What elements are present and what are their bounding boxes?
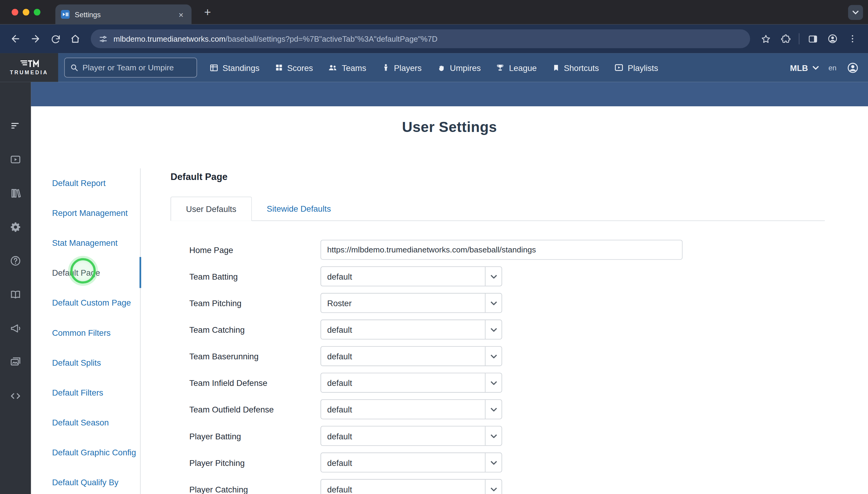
menu-item-default-filters[interactable]: Default Filters — [52, 378, 140, 407]
team-catching-select[interactable]: default — [320, 320, 502, 339]
nav-playlists[interactable]: Playlists — [614, 62, 658, 73]
menu-item-stat-management[interactable]: Stat Management — [52, 228, 140, 258]
team-outfield-defense-select[interactable]: default — [320, 399, 502, 419]
nav-shortcuts[interactable]: Shortcuts — [552, 63, 599, 72]
home-page-label: Home Page — [171, 245, 320, 254]
team-catching-label: Team Catching — [171, 325, 320, 334]
search-icon — [70, 63, 78, 72]
primary-nav: Standings Scores Teams Players Umpires L… — [209, 62, 658, 73]
player-catching-select[interactable]: default — [320, 479, 502, 494]
chevron-down-icon — [485, 426, 501, 445]
menu-item-default-season[interactable]: Default Season — [52, 407, 140, 438]
extensions-button[interactable] — [776, 29, 795, 49]
video-icon[interactable] — [0, 142, 31, 176]
select-value: default — [321, 352, 485, 361]
brand-text: TRUMEDIA — [10, 69, 48, 75]
megaphone-icon[interactable] — [0, 311, 31, 345]
form-row-team-pitching: Team Pitching Roster — [171, 293, 825, 313]
nav-league[interactable]: League — [496, 63, 537, 72]
form-row-team-batting: Team Batting default — [171, 266, 825, 286]
browser-menu-button[interactable] — [843, 29, 863, 49]
form-row-team-outfield-defense: Team Outfield Defense default — [171, 399, 825, 419]
nav-teams[interactable]: Teams — [328, 62, 367, 73]
menu-item-default-report[interactable]: Default Report — [52, 169, 140, 198]
browser-toolbar: mlbdemo.trumedianetworks.com/baseball/se… — [0, 24, 868, 53]
team-outfield-defense-label: Team Outfield Defense — [171, 405, 320, 414]
chevron-down-icon — [485, 400, 501, 419]
players-icon — [381, 63, 390, 72]
reload-button[interactable] — [45, 29, 65, 49]
new-tab-button[interactable]: + — [199, 4, 216, 21]
url-text: mlbdemo.trumedianetworks.com/baseball/se… — [114, 34, 437, 43]
team-baserunning-select[interactable]: default — [320, 346, 502, 366]
menu-item-default-page[interactable]: Default Page — [52, 258, 140, 288]
standings-grid-icon — [209, 63, 218, 72]
search-input[interactable] — [82, 63, 191, 72]
nav-label: Shortcuts — [564, 63, 599, 72]
team-pitching-select[interactable]: Roster — [320, 293, 502, 313]
nav-scores[interactable]: Scores — [274, 63, 313, 72]
code-icon[interactable] — [0, 379, 31, 413]
site-info-icon[interactable] — [98, 34, 108, 43]
tab-close-icon[interactable]: × — [176, 10, 186, 19]
menu-item-default-graphic-config[interactable]: Default Graphic Config — [52, 438, 140, 468]
nav-players[interactable]: Players — [381, 63, 422, 72]
select-value: default — [321, 325, 485, 334]
team-batting-select[interactable]: default — [320, 266, 502, 286]
menu-item-default-splits[interactable]: Default Splits — [52, 348, 140, 378]
library-icon[interactable] — [0, 176, 31, 210]
filter-lines-icon[interactable] — [0, 109, 31, 142]
side-panel-button[interactable] — [803, 29, 823, 49]
chevron-down-icon — [853, 11, 859, 15]
form-row-team-infield-defense: Team Infield Defense default — [171, 373, 825, 393]
main-area: User Settings Default Report Report Mana… — [31, 82, 868, 494]
gear-icon[interactable] — [0, 210, 31, 244]
back-button[interactable] — [5, 29, 25, 49]
window-minimize-button[interactable] — [23, 9, 29, 15]
browser-profile-button[interactable] — [823, 29, 843, 49]
player-pitching-select[interactable]: default — [320, 453, 502, 473]
screen: Settings × + mlbdemo.trumedianetworks.co… — [0, 0, 868, 494]
league-selector[interactable]: MLB — [790, 63, 818, 72]
url-bar[interactable]: mlbdemo.trumedianetworks.com/baseball/se… — [91, 29, 750, 48]
locale-indicator[interactable]: en — [828, 63, 836, 72]
tab-user-defaults[interactable]: User Defaults — [171, 196, 252, 221]
page-title: User Settings — [31, 119, 868, 136]
nav-label: Umpires — [450, 63, 481, 72]
menu-item-report-management[interactable]: Report Management — [52, 198, 140, 228]
help-icon[interactable] — [0, 244, 31, 278]
team-infield-defense-select[interactable]: default — [320, 373, 502, 393]
browser-tab[interactable]: Settings × — [55, 4, 191, 24]
tab-sitewide-defaults[interactable]: Sitewide Defaults — [252, 196, 346, 221]
form-row-team-baserunning: Team Baserunning default — [171, 346, 825, 366]
forward-arrow-icon — [30, 33, 41, 44]
home-icon — [70, 33, 81, 44]
profile-avatar-icon — [827, 33, 838, 44]
nav-umpires[interactable]: Umpires — [436, 63, 480, 72]
chevron-down-icon — [485, 320, 501, 339]
menu-item-default-qualify-by[interactable]: Default Qualify By — [52, 468, 140, 494]
gallery-icon[interactable] — [0, 345, 31, 379]
app-header: TRUMEDIA Standings Scores Teams Players — [0, 53, 868, 82]
window-close-button[interactable] — [12, 9, 18, 15]
playlists-icon — [614, 62, 624, 73]
tab-search-button[interactable] — [848, 5, 863, 20]
kebab-menu-icon — [847, 34, 857, 44]
player-search-box[interactable] — [64, 58, 197, 78]
nav-label: Playlists — [628, 63, 658, 72]
account-button[interactable] — [846, 61, 859, 74]
menu-item-default-custom-page[interactable]: Default Custom Page — [52, 288, 140, 318]
book-icon[interactable] — [0, 278, 31, 311]
forward-button[interactable] — [25, 29, 45, 49]
bookmark-star-button[interactable] — [756, 29, 776, 49]
player-batting-select[interactable]: default — [320, 426, 502, 446]
home-page-input[interactable] — [320, 240, 683, 260]
player-batting-label: Player Batting — [171, 431, 320, 440]
nav-standings[interactable]: Standings — [209, 63, 259, 72]
league-icon — [496, 63, 505, 72]
trumedia-logo[interactable]: TRUMEDIA — [0, 53, 58, 82]
menu-item-common-filters[interactable]: Common Filters — [52, 318, 140, 348]
window-zoom-button[interactable] — [34, 9, 40, 15]
home-button[interactable] — [65, 29, 85, 49]
chevron-down-icon — [812, 65, 818, 70]
